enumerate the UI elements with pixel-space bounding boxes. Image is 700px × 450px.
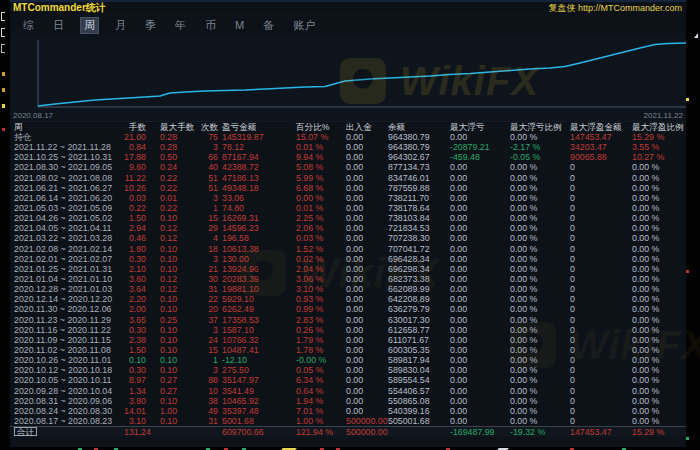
brand-link[interactable]: 复盘侠 http://MTCommander.com [548,2,682,14]
value-cell: 0.00 % [500,203,560,213]
column-header[interactable]: 出入金 [338,122,382,132]
table-row[interactable]: 2020.11.02 ~ 2020.11.081.500.101510487.4… [10,345,686,355]
menu-item-M[interactable]: M [232,18,247,32]
value-cell: 275.50 [220,365,288,375]
value-cell: 0 [560,386,622,396]
chart-x-labels: 2020.08.17 2021.11.22 [10,111,686,120]
value-cell: 0.00 [338,325,382,335]
value-cell: 0.00 % [622,315,684,325]
value-cell: 0.00 [338,304,382,314]
period-cell: 2020.08.31 ~ 2020.09.06 [12,396,124,406]
table-row[interactable]: 2020.08.17 ~ 2020.08.233.100.10315001.68… [10,416,686,426]
table-row[interactable]: 2020.10.26 ~ 2020.11.010.100.101-12.10-0… [10,355,686,365]
menu-item-月[interactable]: 月 [112,17,129,34]
value-cell: 10.26 [124,183,148,193]
menu-item-季[interactable]: 季 [142,17,159,34]
table-row[interactable]: 2021.01.04 ~ 2021.01.103.600.123020283.3… [10,274,686,284]
column-header[interactable]: 手数 [124,122,148,132]
column-header[interactable]: 最大浮盈比例 [622,122,684,132]
table-row[interactable]: 2020.08.24 ~ 2020.08.3014.011.004935397.… [10,406,686,416]
value-cell: 3.10 % [288,284,338,294]
table-row[interactable]: 持仓21.000.2875145319.8715.07 %0.00964380.… [10,132,686,142]
table-row[interactable]: 2021.08.30 ~ 2021.09.059.600.244042388.7… [10,162,686,172]
table-row[interactable]: 2020.10.05 ~ 2020.10.118.970.278835147.9… [10,375,686,385]
edge-mark [2,104,5,108]
value-cell: 0 [560,254,622,264]
table-row[interactable]: 2021.04.26 ~ 2021.05.021.500.101516269.3… [10,213,686,223]
value-cell: 0.00 % [500,325,560,335]
value-cell: 0.00 [338,152,382,162]
column-header[interactable]: 周 [12,122,124,132]
value-cell: 0.28 [148,132,194,142]
value-cell: 0.10 [148,365,194,375]
value-cell: 3.55 % [622,142,684,152]
value-cell: 17358.53 [220,315,288,325]
menu-item-综[interactable]: 综 [20,17,37,34]
table-row[interactable]: 2020.11.09 ~ 2020.11.152.380.102410766.3… [10,335,686,345]
value-cell: 10 [194,386,220,396]
edge-mark [2,128,5,131]
table-row[interactable]: 2021.10.25 ~ 2021.10.3117.880.506687167.… [10,152,686,162]
value-cell: 9.60 [124,162,148,172]
table-row[interactable]: 2020.08.31 ~ 2020.09.063.800.103810465.9… [10,396,686,406]
value-cell: 0 [560,284,622,294]
value-cell: 0.00 [442,416,500,426]
value-cell: 0 [560,294,622,304]
value-cell: 0.00 [338,284,382,294]
period-cell: 2020.10.12 ~ 2020.10.18 [12,365,124,375]
edge-mark [1,12,5,21]
period-cell: 2020.11.02 ~ 2020.11.08 [12,345,124,355]
value-cell: 8.97 [124,375,148,385]
value-cell: 505001.68 [382,416,442,426]
table-row[interactable]: 2021.06.21 ~ 2021.06.2710.260.225149348.… [10,183,686,193]
table-row[interactable]: 2021.06.14 ~ 2021.06.200.030.01333.060.0… [10,193,686,203]
menu-item-年[interactable]: 年 [172,17,189,34]
table-row[interactable]: 2021.03.22 ~ 2021.03.280.460.124196.580.… [10,233,686,243]
menu-item-周[interactable]: 周 [80,17,99,34]
column-header[interactable]: 最大手数 [148,122,194,132]
value-cell: 642208.89 [382,294,442,304]
table-row[interactable]: 2020.12.14 ~ 2020.12.202.200.10225929.10… [10,294,686,304]
table-total-row[interactable]: 合计131.24609700.66121.94 %500000.00-16948… [10,426,686,437]
value-cell: 877134.73 [382,162,442,172]
table-row[interactable]: 2021.05.03 ~ 2021.05.090.220.22174.800.0… [10,203,686,213]
table-row[interactable]: 2020.09.28 ~ 2020.10.041.340.27103541.49… [10,386,686,396]
value-cell: 0.00 % [622,274,684,284]
table-row[interactable]: 2021.02.01 ~ 2021.02.070.300.103130.000.… [10,254,686,264]
value-cell: 24 [194,335,220,345]
table-row[interactable]: 2021.01.25 ~ 2021.01.312.100.102113924.9… [10,264,686,274]
column-header[interactable]: 最大浮盈金额 [560,122,622,132]
menu-item-日[interactable]: 日 [50,17,67,34]
table-row[interactable]: 2021.02.08 ~ 2021.02.141.800.101810613.3… [10,244,686,254]
menu-item-币[interactable]: 币 [202,17,219,34]
column-header[interactable]: 最大浮亏 [442,122,500,132]
value-cell: 15.29 % [622,132,684,142]
value-cell: 0.00 % [500,264,560,274]
value-cell: 0.00 % [622,183,684,193]
menu-item-账户[interactable]: 账户 [290,17,318,34]
table-row[interactable]: 2020.11.30 ~ 2020.12.062.000.10206262.49… [10,304,686,314]
value-cell: 0.00 [442,284,500,294]
column-header[interactable]: 最大浮亏比例 [500,122,560,132]
column-header[interactable]: 余额 [382,122,442,132]
value-cell: 0.30 [124,254,148,264]
table-row[interactable]: 2020.11.23 ~ 2020.11.293.650.253717358.5… [10,315,686,325]
period-cell: 2021.06.14 ~ 2021.06.20 [12,193,124,203]
table-row[interactable]: 2020.10.12 ~ 2020.10.180.300.103275.500.… [10,365,686,375]
value-cell: 589554.54 [382,375,442,385]
value-cell: 0.00 % [500,304,560,314]
table-row[interactable]: 2021.11.22 ~ 2021.11.280.840.28378.120.0… [10,142,686,152]
value-cell: 0.00 % [500,396,560,406]
value-cell: 0 [560,213,622,223]
table-row[interactable]: 2020.11.16 ~ 2020.11.220.300.1031587.100… [10,325,686,335]
value-cell: 0.10 [148,416,194,426]
menu-item-备[interactable]: 备 [260,17,277,34]
column-header[interactable]: 次数 [194,122,220,132]
table-row[interactable]: 2020.12.28 ~ 2021.01.033.640.123119881.1… [10,284,686,294]
value-cell: 0.27 [148,386,194,396]
value-cell: 964380.79 [382,142,442,152]
column-header[interactable]: 百分比% [288,122,338,132]
column-header[interactable]: 盈亏金额 [220,122,288,132]
table-row[interactable]: 2021.04.05 ~ 2021.04.112.940.122914596.2… [10,223,686,233]
table-row[interactable]: 2021.08.02 ~ 2021.08.0811.220.225147186.… [10,173,686,183]
